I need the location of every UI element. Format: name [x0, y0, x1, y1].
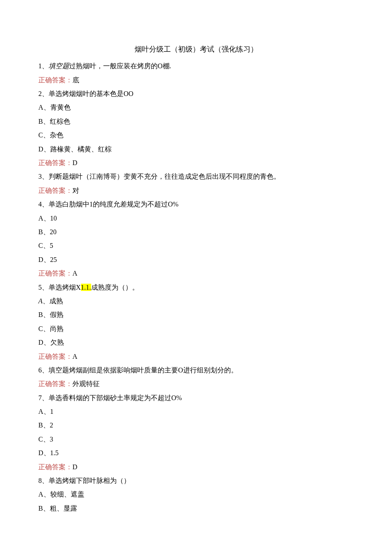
q5-opt-d: D、欠熟 — [38, 336, 354, 349]
answer-label: 正确答案： — [38, 159, 72, 166]
q7-opt-b: B、2 — [38, 419, 354, 432]
q8-text: 8、单选烤烟下部叶脉相为（） — [38, 474, 354, 487]
q5-post: 成熟度为（）。 — [91, 284, 139, 291]
q5-text: 5、单选烤烟X1.1.成熟度为（）。 — [38, 281, 354, 294]
q6-answer: 正确答案：外观特征 — [38, 378, 354, 390]
answer-label: 正确答案： — [38, 76, 72, 84]
q7-answer: 正确答案：D — [38, 461, 354, 474]
q1-body: 过熟烟叶，一般应装在烤房的O棚. — [69, 62, 171, 70]
q6-answer-value: 外观特征 — [72, 380, 100, 387]
q4-opt-b: B、20 — [38, 226, 354, 238]
q4-answer-value: A — [72, 270, 78, 277]
q2-opt-b: B、红棕色 — [38, 115, 354, 128]
q4-text: 4、单选白肋烟中1的纯度允差规定为不超过O% — [38, 198, 354, 211]
q7-opt-d: D、1.5 — [38, 447, 354, 459]
answer-label: 正确答案： — [38, 187, 72, 194]
answer-label: 正确答案： — [38, 270, 72, 277]
q5-answer-value: A — [72, 353, 78, 360]
q1-text: 1、填空题过熟烟叶，一般应装在烤房的O棚. — [38, 60, 354, 73]
q4-opt-a: A、10 — [38, 212, 354, 225]
q5-opt-a-letter: A — [38, 297, 43, 305]
q2-opt-d: D、路椽黄、橘黄、红棕 — [38, 143, 354, 156]
q7-answer-value: D — [72, 463, 78, 471]
q7-opt-c: C、3 — [38, 433, 354, 446]
q5-opt-b: B、假熟 — [38, 308, 354, 321]
q5-opt-a-text: 、成熟 — [43, 297, 63, 305]
q6-text: 6、填空题烤烟副组是依据影响烟叶质量的主要O进行组别划分的。 — [38, 364, 354, 377]
q1-answer: 正确答案：底 — [38, 74, 354, 87]
q2-opt-c: C、杂色 — [38, 129, 354, 142]
q1-answer-value: 底 — [72, 76, 79, 84]
q3-text: 3、判断题烟叶（江南博哥）变黄不充分，往往造成定色后出现不同程度的青色。 — [38, 170, 354, 183]
q8-opt-a: A、较细、遮盖 — [38, 488, 354, 501]
q2-opt-a: A、青黄色 — [38, 101, 354, 114]
q5-answer: 正确答案：A — [38, 350, 354, 363]
q5-pre: 5、单选烤烟X — [38, 284, 81, 291]
q4-opt-c: C、5 — [38, 239, 354, 252]
q5-opt-a: A、成熟 — [38, 295, 354, 308]
q5-highlight: 1.1. — [81, 284, 91, 291]
q7-text: 7、单选香料烟的下部烟砂土率规定为不超过O% — [38, 392, 354, 404]
q2-text: 2、单选烤烟烟叶的基本色是OO — [38, 87, 354, 100]
q3-answer-value: 对 — [72, 187, 79, 194]
answer-label: 正确答案： — [38, 353, 72, 360]
q2-answer: 正确答案：D — [38, 157, 354, 169]
q1-type: 填空题 — [49, 62, 69, 70]
document-title: 烟叶分级工（初级）考试（强化练习） — [38, 43, 354, 56]
q4-answer: 正确答案：A — [38, 267, 354, 280]
q3-answer: 正确答案：对 — [38, 184, 354, 197]
q8-opt-b: B、粗、显露 — [38, 502, 354, 515]
q4-opt-d: D、25 — [38, 253, 354, 266]
q5-opt-c: C、尚熟 — [38, 323, 354, 335]
q2-answer-value: D — [72, 159, 78, 166]
q7-opt-a: A、1 — [38, 405, 354, 418]
answer-label: 正确答案： — [38, 380, 72, 387]
q1-num: 1、 — [38, 62, 49, 70]
answer-label: 正确答案： — [38, 463, 72, 471]
